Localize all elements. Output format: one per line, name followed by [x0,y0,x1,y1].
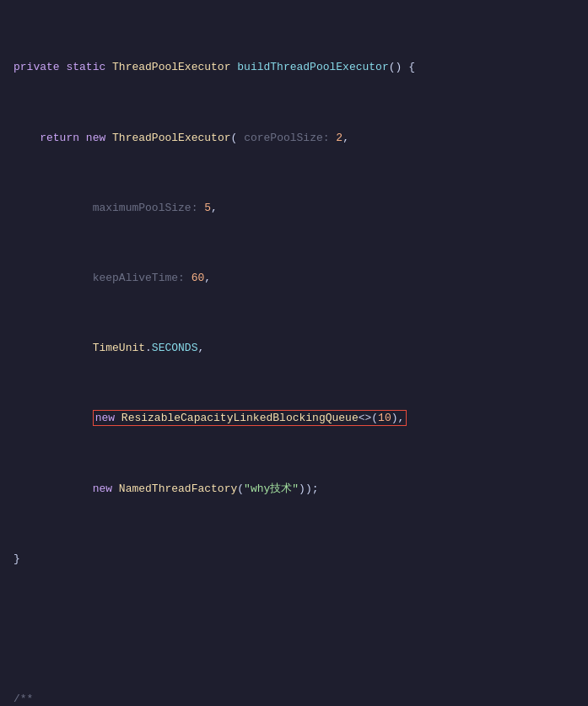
code-line-7: new NamedThreadFactory("why技术")); [0,481,588,499]
code-line-9 [0,621,588,639]
code-line-1: private static ThreadPoolExecutor buildT… [0,59,588,77]
code-line-5: TimeUnit.SECONDS, [0,340,588,358]
code-line-4: keepAliveTime: 60, [0,270,588,288]
code-line-2: return new ThreadPoolExecutor( corePoolS… [0,130,588,148]
code-editor: private static ThreadPoolExecutor buildT… [0,0,588,706]
code-line-3: maximumPoolSize: 5, [0,200,588,218]
code-line-8: } [0,551,588,569]
code-line-6: new ResizableCapacityLinkedBlockingQueue… [0,410,588,428]
code-line-10: /** [0,691,588,706]
